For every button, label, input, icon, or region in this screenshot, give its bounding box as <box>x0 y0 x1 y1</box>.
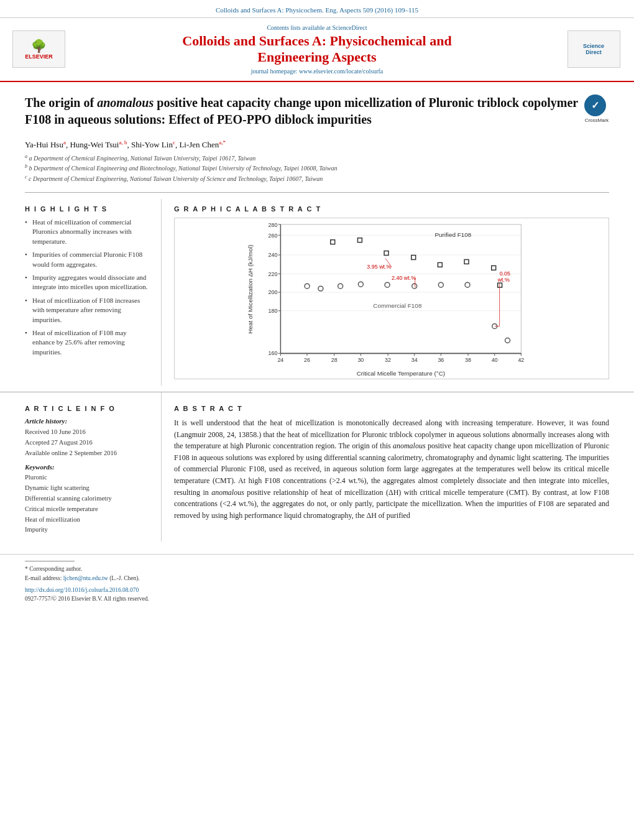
svg-text:32: 32 <box>385 357 391 363</box>
affiliation-b: b b Department of Chemical Engineering a… <box>25 163 609 173</box>
abstract-section: A B S T R A C T It is well understood th… <box>162 392 622 542</box>
footer-divider <box>25 561 75 561</box>
highlights-list: Heat of micellization of commercial Plur… <box>25 218 149 357</box>
journal-name-line1: Colloids and Surfaces A: Physicochemical… <box>68 33 566 49</box>
graphical-abstract-column: G R A P H I C A L A B S T R A C T Heat o… <box>162 199 622 385</box>
svg-text:200: 200 <box>269 289 278 295</box>
article-info-column: A R T I C L E I N F O Article history: R… <box>12 392 162 542</box>
svg-text:3.95 wt.%: 3.95 wt.% <box>367 264 391 270</box>
svg-rect-0 <box>280 224 521 354</box>
elsevier-tree-icon: 🌳 <box>31 39 47 53</box>
svg-text:280: 280 <box>269 222 278 228</box>
crossmark-icon: ✓ <box>584 95 606 116</box>
bottom-content: A R T I C L E I N F O Article history: R… <box>0 392 634 542</box>
journal-homepage: journal homepage: www.elsevier.com/locat… <box>68 68 566 75</box>
svg-text:Heat of Micellization ΔH (kJ/m: Heat of Micellization ΔH (kJ/mol) <box>247 245 254 334</box>
homepage-url[interactable]: www.elsevier.com/locate/colsurfa <box>299 68 383 75</box>
svg-text:30: 30 <box>357 357 364 363</box>
page-container: Colloids and Surfaces A: Physicochem. En… <box>0 0 634 840</box>
sciencedirect-logo-area: ScienceDirect <box>566 30 622 68</box>
highlight-item-1: Heat of micellization of commercial Plur… <box>25 218 149 246</box>
authors-line: Ya-Hui Hsua, Hung-Wei Tsuia, b, Shi-Yow … <box>25 139 609 150</box>
journal-title-block: Contents lists available at ScienceDirec… <box>68 24 566 75</box>
crossmark-badge[interactable]: ✓ CrossMark <box>584 95 609 123</box>
svg-text:240: 240 <box>269 252 278 258</box>
article-history-label: Article history: <box>25 417 149 425</box>
svg-text:Critical Micelle Temperature (: Critical Micelle Temperature (°C) <box>357 370 445 377</box>
highlight-item-4: Heat of micellization of F108 increases … <box>25 296 149 325</box>
available-date: Available online 2 September 2016 <box>25 448 149 459</box>
article-title-section: The origin of anomalous positive heat ca… <box>0 82 634 134</box>
article-dates: Received 10 June 2016 Accepted 27 August… <box>25 427 149 458</box>
svg-text:24: 24 <box>277 357 283 363</box>
svg-text:38: 38 <box>465 357 471 363</box>
keyword-5: Heat of micellization <box>25 515 149 525</box>
footer-doi: http://dx.doi.org/10.1016/j.colsurfa.201… <box>25 586 609 594</box>
email-link[interactable]: ljchen@ntu.edu.tw <box>63 575 108 581</box>
svg-text:160: 160 <box>269 350 278 356</box>
accepted-date: Accepted 27 August 2016 <box>25 438 149 448</box>
received-date: Received 10 June 2016 <box>25 427 149 438</box>
svg-text:0.05: 0.05 <box>500 270 510 277</box>
svg-text:220: 220 <box>269 271 278 277</box>
journal-citation-link[interactable]: Colloids and Surfaces A: Physicochem. En… <box>216 6 418 14</box>
abstract-text: It is well understood that the heat of m… <box>174 417 609 521</box>
svg-text:Purified F108: Purified F108 <box>434 231 471 238</box>
sciencedirect-link[interactable]: ScienceDirect <box>332 24 367 31</box>
journal-citation-bar: Colloids and Surfaces A: Physicochem. En… <box>0 0 634 18</box>
title-body-divider <box>25 192 609 193</box>
elsevier-logo-area: 🌳 ELSEVIER <box>12 30 68 68</box>
svg-text:42: 42 <box>518 357 524 363</box>
contents-label: Contents lists available at <box>267 24 330 31</box>
affiliation-c: c c Department of Chemical Engineering, … <box>25 173 609 183</box>
svg-text:Commercial F108: Commercial F108 <box>373 302 422 309</box>
abstract-header: A B S T R A C T <box>174 405 609 412</box>
article-info-header: A R T I C L E I N F O <box>25 405 149 412</box>
svg-text:2.40 wt.%: 2.40 wt.% <box>392 275 416 281</box>
svg-text:28: 28 <box>331 357 338 363</box>
svg-text:40: 40 <box>492 357 498 363</box>
svg-text:260: 260 <box>269 233 278 239</box>
contents-line: Contents lists available at ScienceDirec… <box>68 24 566 31</box>
svg-text:wt.%: wt.% <box>497 277 510 283</box>
keyword-4: Critical micelle temperature <box>25 504 149 515</box>
highlights-header: H I G H L I G H T S <box>25 205 149 213</box>
graphical-abstract-header: G R A P H I C A L A B S T R A C T <box>174 205 609 213</box>
homepage-label: journal homepage: <box>251 68 298 75</box>
keyword-2: Dynamic light scattering <box>25 483 149 494</box>
elsevier-name: ELSEVIER <box>25 53 53 60</box>
email-note: (L.-J. Chen). <box>109 575 140 581</box>
corresponding-author-label: * Corresponding author. <box>25 566 82 572</box>
keywords-list: Pluronic Dynamic light scattering Differ… <box>25 473 149 535</box>
affiliations: a a Department of Chemical Engineering, … <box>25 153 609 183</box>
chart-area: Heat of Micellization ΔH (kJ/mol) Critic… <box>174 218 609 379</box>
authors-section: Ya-Hui Hsua, Hung-Wei Tsuia, b, Shi-Yow … <box>0 134 634 186</box>
keyword-3: Differential scanning calorimetry <box>25 494 149 504</box>
svg-text:36: 36 <box>438 357 444 363</box>
highlight-item-5: Heat of micellization of F108 may enhanc… <box>25 328 149 357</box>
keywords-section: Keywords: Pluronic Dynamic light scatter… <box>25 463 149 535</box>
keywords-label: Keywords: <box>25 463 149 471</box>
crossmark-label: CrossMark <box>584 118 609 123</box>
sciencedirect-logo-text: ScienceDirect <box>583 43 604 55</box>
highlight-item-2: Impurities of commercial Pluronic F108 w… <box>25 250 149 269</box>
svg-text:34: 34 <box>411 357 418 363</box>
highlights-column: H I G H L I G H T S Heat of micellizatio… <box>12 199 162 385</box>
main-content: H I G H L I G H T S Heat of micellizatio… <box>0 199 634 385</box>
doi-link[interactable]: http://dx.doi.org/10.1016/j.colsurfa.201… <box>25 587 139 593</box>
footer-corresponding-author: * Corresponding author. E-mail address: … <box>25 565 609 583</box>
svg-text:180: 180 <box>269 308 278 314</box>
email-label: E-mail address: <box>25 575 62 581</box>
article-title-text: The origin of anomalous positive heat ca… <box>25 95 578 128</box>
journal-header: 🌳 ELSEVIER Contents lists available at S… <box>0 18 634 82</box>
highlight-item-3: Impurity aggregates would dissociate and… <box>25 273 149 292</box>
sciencedirect-logo-box: ScienceDirect <box>567 30 620 68</box>
journal-name-line2: Engineering Aspects <box>68 49 566 65</box>
svg-text:26: 26 <box>304 357 310 363</box>
keyword-1: Pluronic <box>25 473 149 483</box>
footer-copyright: 0927-7757/© 2016 Elsevier B.V. All right… <box>25 594 609 603</box>
page-footer: * Corresponding author. E-mail address: … <box>0 554 634 609</box>
keyword-6: Impurity <box>25 525 149 535</box>
elsevier-logo-box: 🌳 ELSEVIER <box>12 30 65 68</box>
chart-svg: Heat of Micellization ΔH (kJ/mol) Critic… <box>175 218 609 379</box>
